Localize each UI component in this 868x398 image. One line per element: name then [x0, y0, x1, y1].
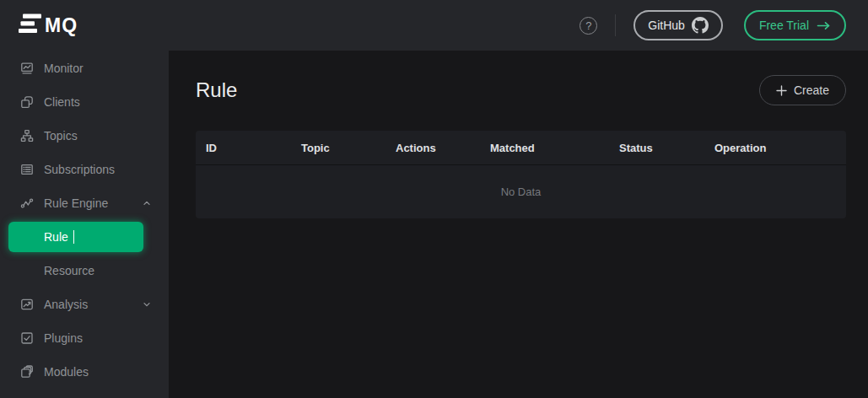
logo-text: MQ	[45, 14, 78, 37]
create-button[interactable]: Create	[759, 75, 846, 105]
sidebar-item-subscriptions[interactable]: Subscriptions	[0, 153, 169, 186]
column-header-status: Status	[609, 142, 704, 154]
monitor-icon	[20, 62, 34, 75]
sidebar-item-label: Subscriptions	[44, 163, 115, 176]
no-data-text: No Data	[501, 186, 542, 198]
clients-icon	[20, 95, 34, 109]
sidebar-subitem-label: Resource	[44, 264, 94, 277]
sidebar: MQ Monitor	[0, 0, 169, 398]
sidebar-item-label: Monitor	[44, 62, 84, 75]
sidebar-item-plugins[interactable]: Plugins	[0, 321, 169, 355]
plus-icon	[776, 85, 787, 96]
arrow-right-icon	[817, 21, 831, 30]
plugins-icon	[20, 331, 34, 345]
sidebar-item-label: Analysis	[44, 298, 88, 311]
github-button[interactable]: GitHub	[633, 10, 723, 40]
sidebar-item-topics[interactable]: Topics	[0, 119, 169, 153]
sidebar-subitem-label: Rule	[44, 230, 68, 244]
free-trial-label: Free Trial	[759, 19, 809, 32]
sidebar-subitem-resource[interactable]: Resource	[0, 254, 169, 288]
chevron-down-icon	[142, 299, 152, 309]
chevron-up-icon	[142, 198, 152, 208]
page-title: Rule	[196, 78, 237, 102]
free-trial-button[interactable]: Free Trial	[744, 10, 846, 40]
topics-icon	[20, 129, 34, 143]
rules-table: ID Topic Actions Matched Status Operatio…	[196, 131, 846, 218]
submenu-row: Rule	[0, 220, 169, 254]
emq-logo[interactable]: MQ	[0, 0, 169, 51]
sidebar-item-label: Clients	[44, 95, 80, 109]
help-icon[interactable]: ?	[580, 17, 597, 35]
sidebar-item-monitor[interactable]: Monitor	[0, 51, 169, 85]
sidebar-item-label: Plugins	[44, 331, 83, 345]
topbar: ? GitHub Free Trial	[169, 0, 868, 51]
sidebar-item-label: Modules	[44, 365, 89, 379]
column-header-actions: Actions	[385, 142, 480, 154]
empty-state: No Data	[196, 165, 846, 218]
column-header-operation: Operation	[704, 142, 846, 154]
text-caret	[73, 230, 75, 244]
rule-engine-icon	[20, 196, 34, 210]
github-button-label: GitHub	[648, 19, 685, 32]
page-header: Rule Create	[196, 75, 846, 105]
github-octocat-icon	[692, 17, 709, 34]
sidebar-item-label: Rule Engine	[44, 196, 108, 210]
sidebar-menu: Monitor Clients	[0, 51, 169, 389]
main-column: ? GitHub Free Trial	[169, 0, 868, 398]
sidebar-item-analysis[interactable]: Analysis	[0, 288, 169, 321]
sidebar-item-modules[interactable]: Modules	[0, 355, 169, 389]
analysis-icon	[20, 298, 34, 311]
app-window: MQ Monitor	[0, 0, 868, 398]
table-header-row: ID Topic Actions Matched Status Operatio…	[196, 131, 846, 165]
sidebar-subitem-rule[interactable]: Rule	[8, 222, 143, 252]
column-header-id: ID	[196, 142, 291, 154]
sidebar-item-label: Topics	[44, 129, 78, 143]
content-area: Rule Create ID Topic Actions M	[169, 51, 868, 398]
sidebar-item-rule-engine[interactable]: Rule Engine	[0, 186, 169, 220]
sidebar-item-clients[interactable]: Clients	[0, 85, 169, 119]
emq-e-bars-icon	[19, 13, 42, 37]
column-header-topic: Topic	[291, 142, 385, 154]
subscriptions-icon	[20, 163, 34, 176]
topbar-divider	[615, 14, 616, 36]
create-button-label: Create	[794, 83, 829, 97]
modules-icon	[20, 365, 34, 379]
column-header-matched: Matched	[480, 142, 609, 154]
